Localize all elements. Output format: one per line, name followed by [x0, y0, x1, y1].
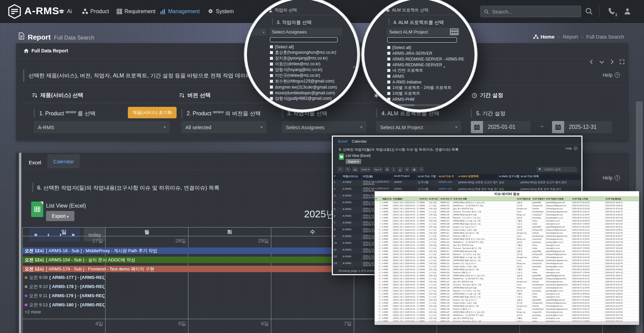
alm-project-option[interactable]: A-RMS Initiative [387, 79, 470, 85]
table-row[interactable]: 39A-RMS 2025년 1분기 (2025-04-01 ~ 2025-06-… [375, 317, 639, 320]
print-icon[interactable]: ▤ [352, 167, 358, 172]
assignee-option[interactable]: 홍성훈(hongseonghun@mz.co.kr) [270, 50, 351, 55]
assignee-select[interactable]: Select Assignees▾ [282, 121, 366, 133]
assignee-option[interactable]: 양형석(hsyang@mz.co.kr) [270, 67, 351, 73]
assignee-option[interactable]: dongmin lee(313cokr@gmail.com) [270, 84, 351, 90]
overlay-tab-excel[interactable]: Excel [338, 139, 347, 143]
checkbox-icon[interactable] [387, 86, 390, 89]
sheet-search-input[interactable]: 🔍 시트에서 검색 [537, 167, 577, 172]
table-row[interactable]: 30A-RMS 2025년 1분기 (2025-04-01 ~ 2025-06-… [375, 289, 639, 292]
column-header[interactable]: ALM 이슈 제목 [453, 197, 516, 201]
redo-icon[interactable]: ↷ [345, 167, 351, 172]
table-row[interactable]: 5A-RMS 2025년 1분기 (2025-04-01 ~ 2025-06-3… [375, 213, 639, 216]
assignee-option[interactable]: 이동민(dmlee@mz.co.kr) [270, 61, 351, 67]
product-select[interactable]: A-RMS▾ [34, 121, 170, 133]
table-row[interactable]: 22A-RMS 2025년 1분기 (2025-04-01 ~ 2025-06-… [375, 265, 639, 268]
global-search[interactable] [480, 6, 581, 17]
table-row[interactable]: 6A-RMS 2025년 1분기 (2025-04-01 ~ 2025-06-3… [375, 216, 639, 219]
table-row[interactable]: 4A-RMS 2025년 1분기 (2025-04-01 ~ 2025-06-3… [375, 210, 639, 213]
expand-icon[interactable] [620, 60, 624, 64]
nav-item-product[interactable]: Product [82, 0, 109, 23]
column-header[interactable]: A-RMS 프로젝트 [457, 174, 498, 180]
checkbox-icon[interactable] [270, 86, 273, 89]
column-header[interactable]: 제품(서비스) [382, 197, 392, 201]
table-row[interactable]: 15A-RMS 2025년 1분기 (2025-04-01 ~ 2025-06-… [375, 244, 639, 247]
calendar-cell[interactable]: 7일 [271, 319, 354, 333]
undo-icon[interactable]: ↶ [338, 167, 343, 172]
overlay-tab-calendar[interactable]: Calendar [352, 139, 367, 143]
table-row[interactable]: 40A-RMS 2025년 1분기 (2025-04-01 ~ 2025-06-… [375, 320, 639, 322]
table-row[interactable]: 37A-RMS 2025년 1분기 (2025-04-01 ~ 2025-06-… [375, 311, 639, 314]
reset-product-button[interactable]: 제품(서비스) 초기화 [128, 107, 177, 118]
column-header[interactable]: 제품(서비스) [342, 174, 362, 180]
table-row[interactable]: 38A-RMS 2025년 1분기 (2025-04-01 ~ 2025-06-… [375, 314, 639, 317]
calendar-icon[interactable] [471, 121, 483, 133]
checkbox-icon[interactable] [270, 51, 273, 54]
tab-calendar[interactable]: Calendar [47, 154, 80, 168]
overlay-export-button[interactable]: Export ▾ [346, 159, 361, 164]
alm-project-option[interactable]: ARMS-REDMINE-SERVER [387, 62, 470, 68]
help-button[interactable]: Help? [603, 72, 620, 78]
column-header[interactable]: ALM 이슈 키 [440, 197, 453, 201]
assignee-option[interactable]: [Select all] [270, 44, 351, 50]
alm-project-option[interactable]: ARMS-JIRA-SERVER [387, 50, 470, 56]
table-row[interactable]: 27A-RMS 2025년 1분기 (2025-04-01 ~ 2025-06-… [375, 280, 639, 283]
table-row[interactable]: 12A-RMS 2025년 1분기 (2025-04-01 ~ 2025-06-… [375, 235, 639, 238]
nav-item-management[interactable]: Management [160, 0, 200, 23]
table-row[interactable]: 31A-RMS 2025년 1분기 (2025-04-01 ~ 2025-06-… [375, 292, 639, 295]
breadcrumb-home[interactable]: Home [533, 34, 555, 40]
table-row[interactable]: 20A-RMS 2025년 1분기 (2025-04-01 ~ 2025-06-… [375, 259, 639, 262]
table-row[interactable]: 19A-RMS 2025년 1분기 (2025-04-01 ~ 2025-06-… [375, 256, 639, 259]
nav-item-system[interactable]: System [208, 0, 234, 23]
bold-icon[interactable]: B [385, 167, 390, 172]
table-row[interactable]: 25A-RMS 2025년 1분기 (2025-04-01 ~ 2025-06-… [375, 274, 639, 277]
column-header[interactable]: 버전(들) [362, 174, 393, 180]
checkbox-icon[interactable] [387, 63, 390, 66]
font-size-select[interactable]: 9px ▾ [373, 167, 383, 172]
scroll-up-icon[interactable]: ▲ [443, 65, 446, 68]
checkbox-icon[interactable] [387, 46, 390, 49]
table-row[interactable]: 21A-RMS 2025년 1분기 (2025-04-01 ~ 2025-06-… [375, 262, 639, 265]
checkbox-icon[interactable] [387, 57, 390, 61]
column-header[interactable]: ALM 작업자 명 [516, 197, 532, 201]
checkbox-icon[interactable] [270, 63, 273, 66]
checkbox-icon[interactable] [270, 97, 273, 100]
chevron-right-icon[interactable] [610, 60, 614, 64]
assignee-option[interactable]: 이민규(mklee@mz.co.kr) [270, 73, 351, 78]
borders-icon[interactable]: ▦ [411, 167, 417, 172]
alm-project-select[interactable]: Select ALM Project▾ [376, 121, 461, 133]
column-header[interactable]: ALM 작업자 이메일 [545, 197, 572, 201]
logo-icon[interactable] [7, 4, 22, 19]
version-select[interactable]: All selected▾ [181, 121, 267, 133]
assignee-option[interactable]: 최수현(chltngus129@gmail.com) [270, 78, 351, 84]
checkbox-icon[interactable] [387, 75, 390, 78]
table-row[interactable]: 24A-RMS 2025년 1분기 (2025-04-01 ~ 2025-06-… [375, 271, 639, 274]
table-row[interactable]: 32A-RMS 2025년 1분기 (2025-04-01 ~ 2025-06-… [375, 295, 639, 299]
table-row[interactable]: 28A-RMS 2025년 1분기 (2025-04-01 ~ 2025-06-… [375, 283, 639, 286]
search-input[interactable] [491, 8, 577, 15]
column-header[interactable]: ALM 이슈 구분 [417, 174, 438, 180]
checkbox-icon[interactable] [387, 92, 390, 95]
column-header[interactable]: 버전(월령) [392, 197, 419, 201]
table-row[interactable]: 1A-RMS 2025년 1분기 (2025-04-01 ~ 2025-06-3… [333, 180, 581, 187]
search-submit-icon[interactable] [585, 7, 593, 15]
table-row[interactable]: 16A-RMS 2025년 1분기 (2025-04-01 ~ 2025-06-… [375, 247, 639, 250]
table-row[interactable]: 35A-RMS 2025년 1분기 (2025-04-01 ~ 2025-06-… [375, 305, 639, 308]
column-header[interactable]: ALM 작업 종료일 [605, 197, 638, 201]
breadcrumb-report[interactable]: Report [563, 34, 578, 40]
calendar-event-item[interactable]: 오전 9:10[ ARMS-178 ] - [ARMS-REQ] 엑스버튼 [25, 284, 105, 289]
checkbox-icon[interactable] [270, 68, 273, 71]
checkbox-icon[interactable] [387, 80, 390, 84]
table-row[interactable]: 26A-RMS 2025년 1분기 (2025-04-01 ~ 2025-06-… [375, 277, 639, 280]
table-row[interactable]: 18A-RMS 2025년 1분기 (2025-04-01 ~ 2025-06-… [375, 253, 639, 256]
calendar-event-item[interactable]: 오전 9:08[ ARMS-177 ] - [ARMS-REQ] 모니터링 [25, 275, 105, 280]
calendar-cell[interactable]: 4일 [23, 319, 106, 333]
chevron-down-icon[interactable] [599, 60, 604, 64]
logo-text[interactable]: A-RMS [24, 5, 59, 17]
assignee-option[interactable]: 장지윤(jiyoonjang@mz.co.kr) [270, 55, 351, 61]
table-row[interactable]: 13A-RMS 2025년 1분기 (2025-04-01 ~ 2025-06-… [375, 238, 639, 241]
align-icon[interactable]: ≡ [419, 167, 424, 172]
help-button[interactable]: Help? [603, 175, 620, 181]
underline-icon[interactable]: U [397, 167, 403, 172]
column-header[interactable]: # [333, 174, 342, 180]
